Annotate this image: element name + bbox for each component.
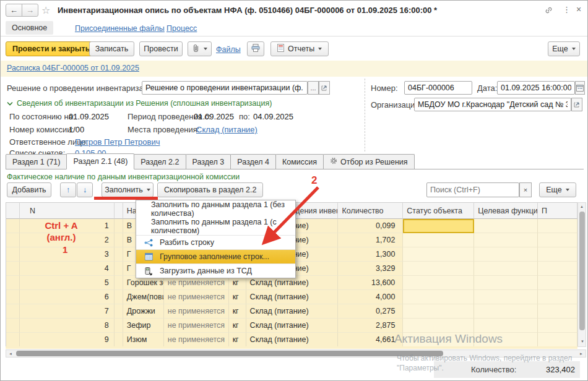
cell-target[interactable] xyxy=(474,290,538,304)
table-row[interactable]: 6Джем(повидло)не применяетсякгСклад (пит… xyxy=(6,290,577,304)
column-header-marker[interactable] xyxy=(115,203,123,219)
cell-status[interactable] xyxy=(403,262,474,276)
cell-p[interactable] xyxy=(538,290,577,304)
column-header-qty[interactable]: Количество xyxy=(338,203,403,219)
cell-marker[interactable] xyxy=(115,290,123,304)
cell-p[interactable] xyxy=(538,304,577,319)
tab-раздел-1-71-[interactable]: Раздел 1 (71) xyxy=(6,154,67,169)
get-link-icon[interactable] xyxy=(544,6,553,17)
cell-marker[interactable] xyxy=(115,333,123,347)
move-down-button[interactable]: ↓ xyxy=(77,182,93,197)
tab-раздел-3[interactable]: Раздел 3 xyxy=(186,154,231,169)
table-more-button[interactable]: Еще xyxy=(539,182,576,197)
scroll-left-icon[interactable]: ◄ xyxy=(7,350,14,357)
cell-num[interactable]: 5 xyxy=(20,276,115,290)
column-header-gutter[interactable] xyxy=(6,203,20,219)
table-row[interactable]: 8Зефирне применяетсякгСклад (питание)2,8… xyxy=(6,319,577,333)
cell-qty[interactable]: 4,000 xyxy=(338,290,403,304)
cell-marker[interactable] xyxy=(115,304,123,319)
cell-marker[interactable] xyxy=(115,262,123,276)
cell-unit[interactable]: кг xyxy=(229,319,246,333)
cell-status[interactable] xyxy=(403,304,474,319)
link-process[interactable]: Процесс xyxy=(166,24,197,33)
scroll-up-icon[interactable]: ▲ xyxy=(578,203,586,210)
cell-gutter[interactable] xyxy=(6,319,20,333)
cell-status[interactable] xyxy=(403,219,474,233)
cell-p[interactable] xyxy=(538,233,577,247)
fill-button[interactable]: Заполнить xyxy=(102,182,153,197)
print-button[interactable] xyxy=(247,41,264,56)
cell-status[interactable] xyxy=(403,233,474,247)
cell-gutter[interactable] xyxy=(6,276,20,290)
cell-inv[interactable]: не применяется xyxy=(164,290,229,304)
org-input[interactable] xyxy=(414,98,571,111)
cell-place[interactable]: Склад (питание) xyxy=(246,304,339,319)
calendar-button[interactable] xyxy=(575,81,585,95)
column-header-p[interactable]: П xyxy=(538,203,577,219)
column-header-status[interactable]: Статус объекта xyxy=(403,203,474,219)
add-row-button[interactable]: Добавить xyxy=(7,182,51,197)
back-button[interactable]: ← xyxy=(6,4,22,17)
post-button[interactable]: Провести xyxy=(139,41,183,56)
cell-p[interactable] xyxy=(538,262,577,276)
horizontal-scroll-thumb[interactable] xyxy=(16,351,443,356)
cell-name[interactable]: Зефир xyxy=(123,319,164,333)
tab-комиссия[interactable]: Комиссия xyxy=(275,154,324,169)
date-input[interactable] xyxy=(497,81,575,95)
cell-name[interactable]: Дрожжи xyxy=(123,304,164,319)
files-link[interactable]: Файлы xyxy=(216,45,241,54)
cell-status[interactable] xyxy=(403,319,474,333)
cell-marker[interactable] xyxy=(115,233,123,247)
cell-qty[interactable]: 2,875 xyxy=(338,319,403,333)
cell-gutter[interactable] xyxy=(6,247,20,262)
cell-target[interactable] xyxy=(474,319,538,333)
cell-name[interactable]: Изюм xyxy=(123,333,164,347)
cell-qty[interactable]: 1,702 xyxy=(338,233,403,247)
vertical-scroll-thumb[interactable] xyxy=(579,212,585,330)
cell-p[interactable] xyxy=(538,247,577,262)
attach-button[interactable] xyxy=(188,41,212,56)
cell-num[interactable]: 7 xyxy=(20,304,115,319)
column-header-num[interactable]: N xyxy=(20,203,115,219)
cell-p[interactable] xyxy=(538,219,577,233)
kebab-menu-icon[interactable]: ⋮ xyxy=(563,5,571,14)
cell-marker[interactable] xyxy=(115,319,123,333)
cell-num[interactable]: 6 xyxy=(20,290,115,304)
cell-qty[interactable]: 3,329 xyxy=(338,262,403,276)
tab-отбор-из-решения[interactable]: Отбор из Решения xyxy=(323,154,415,169)
cell-num[interactable]: 4 xyxy=(20,262,115,276)
post-and-close-button[interactable]: Провести и закрыть xyxy=(6,41,97,56)
tab-main[interactable]: Основное xyxy=(6,21,53,35)
move-up-button[interactable]: ↑ xyxy=(60,182,76,197)
column-header-target[interactable]: Целевая функция акт... xyxy=(474,203,538,219)
tab-раздел-2.2[interactable]: Раздел 2.2 xyxy=(134,154,186,169)
cell-gutter[interactable] xyxy=(6,262,20,276)
places-link[interactable]: Склад (питание) xyxy=(196,125,257,134)
number-input[interactable] xyxy=(404,81,472,95)
cell-target[interactable] xyxy=(474,233,538,247)
cell-place[interactable]: Склад (питание) xyxy=(246,333,339,347)
cell-num[interactable]: 8 xyxy=(20,319,115,333)
cell-name[interactable]: Джем(повидло) xyxy=(123,290,164,304)
forward-button[interactable]: → xyxy=(22,4,38,17)
cell-inv[interactable]: не применяется xyxy=(164,333,229,347)
cell-unit[interactable]: кг xyxy=(229,290,246,304)
cell-unit[interactable]: кг xyxy=(229,304,246,319)
cell-qty[interactable]: 13,600 xyxy=(338,276,403,290)
cell-place[interactable]: Склад (питание) xyxy=(246,290,339,304)
cell-p[interactable] xyxy=(538,276,577,290)
cell-gutter[interactable] xyxy=(6,233,20,247)
cell-gutter[interactable] xyxy=(6,219,20,233)
cell-inv[interactable]: не применяется xyxy=(164,304,229,319)
close-icon[interactable]: × xyxy=(576,4,581,14)
cell-unit[interactable]: кг xyxy=(229,333,246,347)
cell-marker[interactable] xyxy=(115,276,123,290)
decision-choose-button[interactable]: ... xyxy=(308,81,319,95)
vertical-scrollbar[interactable]: ▲ ▼ xyxy=(577,202,586,347)
cell-inv[interactable]: не применяется xyxy=(164,319,229,333)
cell-status[interactable] xyxy=(403,290,474,304)
search-clear-button[interactable]: × xyxy=(519,182,532,197)
cell-p[interactable] xyxy=(538,319,577,333)
cell-gutter[interactable] xyxy=(6,333,20,347)
decision-input[interactable] xyxy=(142,81,308,95)
